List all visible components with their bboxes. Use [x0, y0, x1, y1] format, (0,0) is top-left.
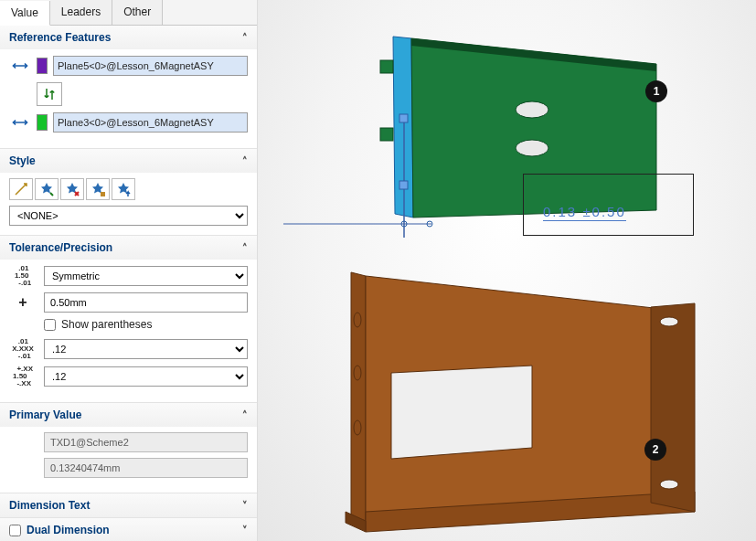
chevron-up-icon: ˄ [242, 242, 248, 254]
style-delete-button[interactable] [60, 178, 84, 200]
style-icon-row [9, 178, 248, 200]
section-header-reference-features[interactable]: Reference Features ˄ [0, 26, 257, 49]
property-panel: Value Leaders Other Reference Features ˄… [0, 0, 258, 541]
tol-precision-select[interactable]: .12 [44, 366, 248, 387]
reference-color-1 [37, 58, 48, 74]
style-select[interactable]: <NONE> [9, 206, 248, 226]
primary-value-value: 0.13240474mm [44, 458, 248, 478]
dimension-icon [9, 55, 31, 77]
section-title: Style [9, 154, 36, 167]
svg-marker-1 [393, 37, 413, 217]
plus-icon: + [9, 294, 37, 311]
tolerance-type-select[interactable]: Symmetric [44, 266, 248, 286]
tolerance-type-icon: .01 1.50 -.01 [9, 265, 37, 287]
swap-references-button[interactable] [37, 82, 62, 106]
section-title: Reference Features [9, 31, 111, 44]
show-parentheses-label: Show parentheses [61, 318, 152, 331]
section-header-primary-value[interactable]: Primary Value ˄ [0, 403, 257, 427]
dimension-icon [9, 111, 31, 133]
dimension-value-display[interactable]: 0.13 ±0.50 [543, 204, 626, 221]
style-load-button[interactable] [112, 178, 135, 200]
model-view [258, 0, 756, 541]
reference-field-1[interactable]: Plane5<0>@Lesson_6MagnetASY [53, 56, 248, 76]
tab-value[interactable]: Value [0, 1, 50, 26]
svg-rect-9 [399, 114, 408, 122]
section-reference-features: Reference Features ˄ Plane5<0>@Lesson_6M… [0, 26, 257, 149]
section-title: Tolerance/Precision [9, 241, 112, 254]
style-add-button[interactable] [35, 178, 59, 200]
svg-point-6 [516, 101, 548, 118]
unit-precision-icon: .01 X.XXX -.01 [9, 338, 37, 360]
panel-tabs: Value Leaders Other [0, 0, 257, 26]
callout-1: 1 [645, 80, 667, 102]
svg-marker-19 [391, 366, 532, 459]
reference-row-1: Plane5<0>@Lesson_6MagnetASY [9, 55, 248, 77]
section-header-style[interactable]: Style ˄ [0, 149, 257, 173]
section-style: Style ˄ <NONE> [0, 149, 257, 236]
reference-row-2: Plane3<0>@Lesson_6MagnetASY [9, 111, 248, 133]
section-title: Dimension Text [9, 499, 90, 512]
tab-leaders[interactable]: Leaders [50, 0, 112, 25]
chevron-down-icon: ˅ [242, 500, 248, 512]
chevron-up-icon: ˄ [242, 409, 248, 421]
svg-point-7 [516, 140, 548, 156]
show-parentheses-checkbox[interactable] [44, 319, 56, 331]
svg-marker-14 [351, 272, 366, 521]
section-header-tolerance[interactable]: Tolerance/Precision ˄ [0, 236, 257, 260]
tab-other[interactable]: Other [112, 0, 163, 25]
section-primary-value: Primary Value ˄ TXD1@Scheme2 0.13240474m… [0, 403, 257, 493]
section-tolerance: Tolerance/Precision ˄ .01 1.50 -.01 Symm… [0, 236, 257, 403]
section-header-dimension-text[interactable]: Dimension Text ˅ [0, 493, 257, 517]
primary-value-name: TXD1@Scheme2 [44, 432, 248, 452]
chevron-down-icon: ˅ [242, 525, 248, 536]
section-dimension-text: Dimension Text ˅ [0, 493, 257, 518]
svg-point-20 [660, 317, 678, 326]
section-title: Primary Value [9, 408, 81, 421]
svg-point-21 [660, 480, 678, 489]
chevron-up-icon: ˄ [242, 32, 248, 44]
svg-rect-5 [380, 128, 393, 141]
style-apply-button[interactable] [9, 178, 33, 200]
dual-dimension-checkbox[interactable] [9, 525, 21, 536]
style-save-button[interactable] [86, 178, 110, 200]
section-header-dual-dimension[interactable]: Dual Dimension ˅ [0, 518, 257, 541]
section-title: Dual Dimension [27, 524, 110, 536]
svg-rect-10 [399, 181, 408, 189]
reference-color-2 [37, 114, 48, 131]
reference-field-2[interactable]: Plane3<0>@Lesson_6MagnetASY [53, 112, 248, 133]
tolerance-value-input[interactable] [44, 292, 248, 313]
section-dual-dimension: Dual Dimension ˅ [0, 518, 257, 541]
svg-rect-0 [101, 192, 105, 196]
3d-viewport[interactable]: 0.13 ±0.50 1 2 [258, 0, 756, 541]
callout-2: 2 [644, 439, 666, 461]
svg-rect-4 [380, 60, 393, 73]
chevron-up-icon: ˄ [242, 155, 248, 167]
tol-precision-icon: +.XX 1.50 -.XX [9, 366, 37, 387]
unit-precision-select[interactable]: .12 [44, 339, 248, 359]
